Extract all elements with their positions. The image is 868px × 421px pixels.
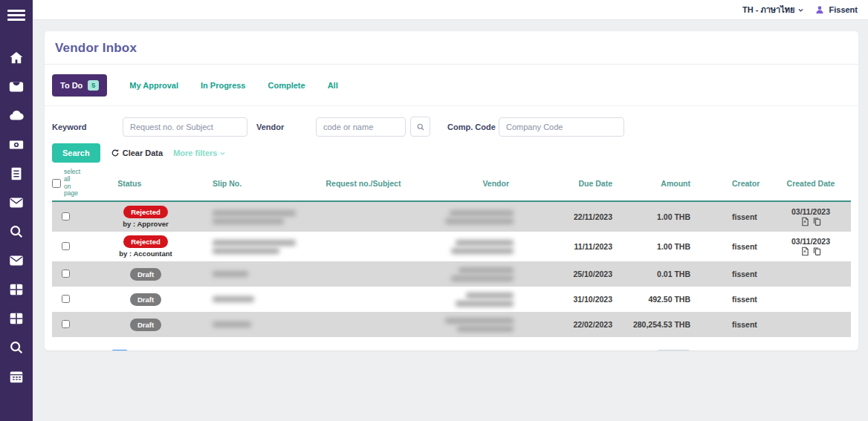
status-by-label: by : Accountant [79,249,213,258]
search-icon[interactable] [8,339,25,356]
status-cell: Rejectedby : Accountant [79,235,213,258]
row-select-cell [52,295,79,304]
table-row[interactable]: Draft25/10/20230.01 THBfissent [52,261,851,287]
created-date-value: 03/11/2023 [771,207,851,216]
vendor-search-button[interactable] [410,117,430,137]
creator-cell: fissent [725,320,771,329]
select-all-label: select allon page [64,169,80,198]
document-icon[interactable] [800,217,810,226]
vendor-label: Vendor [247,123,316,131]
menu-toggle-icon[interactable] [7,7,25,23]
slip-no-cell [213,238,298,256]
due-date-cell: 25/10/2023 [524,270,624,278]
table-header-row: select allon page Status Slip No. Reques… [52,169,851,202]
table-row[interactable]: Rejectedby : Approver22/11/20231.00 THBf… [52,202,851,232]
amount-cell: 492.50 THB [624,295,725,304]
created-date-cell: 03/11/2023 [771,207,851,226]
vendor-cell [429,238,524,256]
row-checkbox[interactable] [62,270,70,278]
row-select-cell [52,270,79,279]
payment-icon[interactable] [8,137,25,153]
row-checkbox[interactable] [62,295,70,303]
refresh-icon [111,149,120,157]
creator-cell: fissent [725,212,771,221]
vendor-inbox-card: Vendor Inbox To Do 5 My Approval In Prog… [45,31,858,350]
amount-cell: 1.00 THB [624,242,725,251]
redacted-vendor-text [445,218,514,224]
cloud-icon[interactable] [8,108,25,124]
table-row[interactable]: Draft22/02/2023280,254.53 THBfissent [52,312,851,337]
search-icon[interactable] [8,223,25,240]
status-cell: Draft [79,268,213,281]
table-row[interactable]: Rejectedby : Accountant11/11/20231.00 TH… [52,232,851,261]
created-date-cell: 03/11/2023 [771,237,851,256]
redacted-slip-text [213,240,296,246]
row-checkbox[interactable] [62,320,70,328]
more-filters-toggle[interactable]: More filters [173,149,226,157]
row-action-icons [771,247,851,256]
row-select-cell [52,212,79,222]
user-menu[interactable]: Fissent [814,4,858,15]
keyword-input[interactable] [123,117,247,137]
column-header-request: Request no./Subject [298,179,429,188]
clear-data-button[interactable]: Clear Data [111,149,163,157]
tab-complete[interactable]: Complete [268,81,305,90]
inbox-icon[interactable] [8,79,25,95]
status-badge: Rejected [123,235,168,248]
creator-cell: fissent [725,295,771,304]
redacted-vendor-text [456,240,514,246]
document-icon[interactable] [800,247,810,256]
page-size-select[interactable]: 10 [656,350,691,350]
column-header-due-date: Due Date [524,179,624,188]
redacted-vendor-text [450,210,514,216]
table-grid-icon[interactable] [8,281,25,298]
sidebar [0,0,33,421]
tab-my-approval[interactable]: My Approval [129,81,178,90]
column-header-vendor: Vendor [429,179,524,188]
creator-cell: fissent [725,242,771,251]
home-icon[interactable] [8,50,25,66]
tab-to-do[interactable]: To Do 5 [52,74,107,97]
vendor-inbox-table: select allon page Status Slip No. Reques… [45,163,858,337]
status-badge: Draft [130,268,161,281]
username: Fissent [829,5,858,14]
copy-icon[interactable] [812,247,822,256]
due-date-cell: 22/11/2023 [524,212,624,221]
column-header-creator: Creator [725,179,771,188]
document-list-icon[interactable] [8,166,25,182]
status-badge: Rejected [123,206,168,218]
redacted-vendor-text [457,326,514,332]
vendor-cell [429,208,524,226]
calendar-icon[interactable] [8,368,25,385]
vendor-input[interactable] [316,117,406,137]
table-row[interactable]: Draft31/10/2023492.50 THBfissent [52,287,851,312]
row-select-cell [52,320,79,330]
clear-data-label: Clear Data [123,149,163,157]
copy-icon[interactable] [812,217,822,226]
column-header-amount: Amount [624,179,725,188]
magnifier-icon [416,123,425,131]
mail-icon[interactable] [8,195,25,211]
mail-icon[interactable] [8,252,25,269]
tab-all[interactable]: All [328,81,338,90]
column-header-created-date: Created Date [771,179,851,188]
search-button[interactable]: Search [52,143,100,163]
select-all-checkbox[interactable] [52,179,61,188]
status-cell: Draft [79,319,213,331]
comp-code-input[interactable] [499,117,624,137]
tab-label: To Do [60,81,82,90]
row-checkbox[interactable] [62,212,70,221]
page-number-button[interactable]: 1 [111,350,128,350]
slip-no-cell [213,208,298,226]
chevron-down-icon [219,150,226,157]
pagination: « ‹ 1 › » 10 Displaying 1 - 5 of 5 recor… [45,337,858,350]
row-checkbox[interactable] [62,242,70,250]
language-selector[interactable]: TH - ภาษาไทย [742,3,805,16]
table-grid-icon[interactable] [8,310,25,327]
select-all-control: select allon page Status [52,169,120,198]
redacted-vendor-text [451,248,514,254]
table-body: Rejectedby : Approver22/11/20231.00 THBf… [52,202,851,337]
tab-in-progress[interactable]: In Progress [201,81,246,90]
redacted-slip-text [213,210,296,216]
more-filters-label: More filters [173,149,217,157]
